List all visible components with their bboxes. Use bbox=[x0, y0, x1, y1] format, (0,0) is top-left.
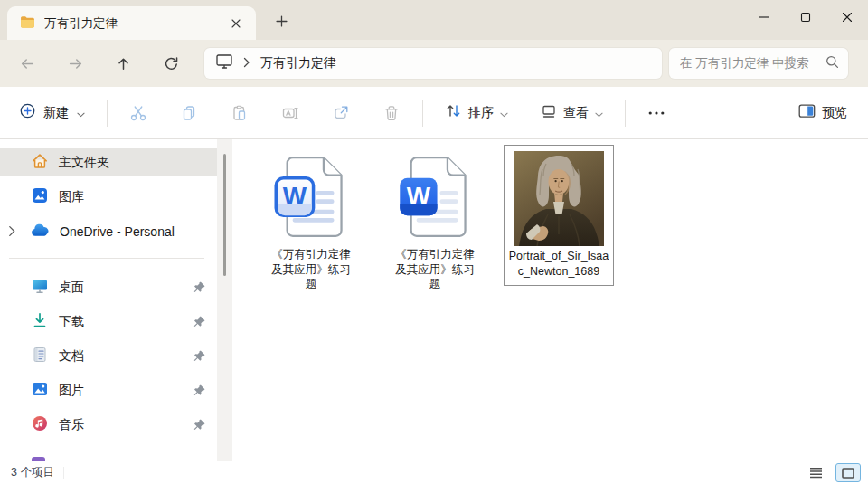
sidebar-item-pictures[interactable]: 图片 bbox=[0, 376, 217, 404]
new-button[interactable]: 新建 bbox=[13, 98, 92, 128]
downloads-icon bbox=[31, 311, 49, 332]
explorer-tab[interactable]: 万有引力定律 bbox=[7, 6, 256, 40]
sidebar-divider bbox=[9, 258, 204, 259]
command-toolbar: 新建 排序 bbox=[0, 87, 868, 139]
view-button[interactable]: 查看 bbox=[533, 98, 611, 128]
minimize-button[interactable] bbox=[743, 0, 785, 34]
cut-button[interactable] bbox=[123, 98, 154, 128]
address-bar[interactable]: 万有引力定律 bbox=[204, 48, 662, 79]
close-window-button[interactable] bbox=[826, 0, 868, 34]
breadcrumb-path[interactable]: 万有引力定律 bbox=[260, 55, 336, 71]
preview-button-label: 预览 bbox=[822, 105, 847, 121]
large-icons-view-toggle[interactable] bbox=[835, 463, 861, 482]
folder-icon bbox=[20, 15, 35, 32]
sidebar-item-videos-partial[interactable] bbox=[32, 457, 45, 461]
status-bar: 3 个项目 bbox=[0, 461, 868, 484]
search-placeholder: 在 万有引力定律 中搜索 bbox=[680, 55, 826, 71]
view-button-label: 查看 bbox=[563, 105, 589, 121]
ellipsis-icon bbox=[648, 110, 665, 116]
details-view-toggle[interactable] bbox=[803, 463, 828, 482]
forward-button[interactable] bbox=[59, 47, 91, 80]
sidebar-item-label: 主文件夹 bbox=[59, 155, 109, 171]
toolbar-separator bbox=[107, 100, 108, 127]
file-name: 《万有引力定律及其应用》练习题 bbox=[393, 247, 476, 292]
list-view-icon bbox=[809, 467, 823, 479]
sidebar-scrollbar[interactable] bbox=[217, 139, 232, 461]
sort-button-label: 排序 bbox=[468, 105, 494, 121]
gallery-icon bbox=[31, 186, 49, 207]
documents-icon bbox=[31, 346, 49, 366]
preview-button[interactable]: 预览 bbox=[790, 99, 855, 128]
sidebar-item-gallery[interactable]: 图库 bbox=[0, 183, 217, 211]
rename-button[interactable] bbox=[275, 98, 306, 128]
share-button[interactable] bbox=[326, 98, 356, 128]
breadcrumb-chevron-icon bbox=[243, 55, 250, 71]
newton-portrait-thumbnail bbox=[514, 151, 604, 246]
file-name: 《万有引力定律及其应用》练习题 bbox=[269, 247, 353, 292]
navigation-bar: 万有引力定律 在 万有引力定律 中搜索 bbox=[0, 40, 868, 87]
sidebar-item-onedrive[interactable]: OneDrive - Personal bbox=[0, 217, 217, 245]
search-icon bbox=[826, 55, 839, 72]
file-name: Portrait_of_Sir_Isaac_Newton_1689 bbox=[506, 249, 611, 279]
sidebar-item-label: 桌面 bbox=[59, 280, 84, 296]
preview-pane-icon bbox=[798, 104, 816, 122]
sort-button[interactable]: 排序 bbox=[437, 97, 516, 128]
word-badge-letter: W bbox=[406, 181, 430, 209]
pin-icon bbox=[193, 280, 206, 297]
sidebar-item-label: 图片 bbox=[59, 383, 84, 399]
up-button[interactable] bbox=[107, 47, 139, 80]
expand-chevron-icon[interactable] bbox=[8, 225, 16, 240]
files-area[interactable]: W 《万有引力定律及其应用》练习题 W bbox=[232, 139, 868, 461]
pin-icon bbox=[193, 315, 206, 331]
icons-view-icon bbox=[842, 468, 854, 479]
pin-icon bbox=[193, 384, 206, 400]
status-separator bbox=[63, 467, 64, 479]
new-button-label: 新建 bbox=[43, 105, 69, 121]
maximize-button[interactable] bbox=[785, 0, 826, 34]
file-tile-word-2[interactable]: W 《万有引力定律及其应用》练习题 bbox=[380, 145, 490, 292]
paste-button[interactable] bbox=[224, 98, 255, 128]
file-explorer-window: 万有引力定律 bbox=[0, 0, 868, 484]
sidebar-item-home[interactable]: 主文件夹 bbox=[0, 148, 217, 176]
sidebar-item-label: 图库 bbox=[59, 189, 84, 205]
sidebar-item-label: OneDrive - Personal bbox=[60, 224, 175, 239]
sidebar-item-desktop[interactable]: 桌面 bbox=[0, 273, 217, 301]
chevron-down-icon bbox=[77, 105, 85, 121]
more-options-button[interactable] bbox=[641, 98, 672, 128]
new-tab-button[interactable] bbox=[269, 9, 293, 33]
main-area: 主文件夹 图库 OneDrive - Personal bbox=[0, 139, 868, 461]
file-tile-newton-portrait[interactable]: Portrait_of_Sir_Isaac_Newton_1689 bbox=[504, 145, 614, 286]
word-document-icon: W bbox=[269, 151, 354, 242]
item-count: 3 个项目 bbox=[11, 465, 54, 480]
refresh-button[interactable] bbox=[155, 47, 187, 80]
view-toggles bbox=[803, 463, 861, 482]
sidebar-item-downloads[interactable]: 下载 bbox=[0, 308, 217, 336]
sidebar-item-label: 下载 bbox=[59, 314, 84, 330]
pin-icon bbox=[193, 418, 206, 434]
pin-icon bbox=[193, 349, 206, 365]
toolbar-separator bbox=[625, 100, 626, 127]
copy-button[interactable] bbox=[174, 98, 204, 128]
onedrive-icon bbox=[31, 223, 50, 240]
chevron-down-icon bbox=[500, 105, 508, 121]
file-tile-word-1[interactable]: W 《万有引力定律及其应用》练习题 bbox=[256, 145, 366, 292]
sidebar-item-label: 文档 bbox=[59, 348, 84, 365]
chevron-down-icon bbox=[595, 105, 603, 121]
title-bar: 万有引力定律 bbox=[0, 0, 868, 40]
sidebar-item-label: 音乐 bbox=[59, 417, 84, 433]
tab-title: 万有引力定律 bbox=[44, 15, 216, 32]
navigation-pane: 主文件夹 图库 OneDrive - Personal bbox=[0, 139, 217, 461]
word-badge-letter: W bbox=[282, 181, 307, 209]
sort-arrows-icon bbox=[445, 102, 462, 123]
search-box[interactable]: 在 万有引力定律 中搜索 bbox=[669, 48, 848, 79]
sidebar-item-documents[interactable]: 文档 bbox=[0, 342, 217, 370]
sidebar-item-music[interactable]: 音乐 bbox=[0, 411, 217, 439]
home-icon bbox=[31, 152, 49, 173]
scrollbar-thumb[interactable] bbox=[223, 154, 226, 276]
back-button[interactable] bbox=[11, 47, 43, 80]
tab-close-button[interactable] bbox=[225, 13, 247, 34]
music-icon bbox=[31, 414, 49, 435]
word-document-icon: W bbox=[392, 151, 478, 242]
delete-button[interactable] bbox=[376, 98, 407, 128]
toolbar-separator bbox=[422, 100, 423, 127]
